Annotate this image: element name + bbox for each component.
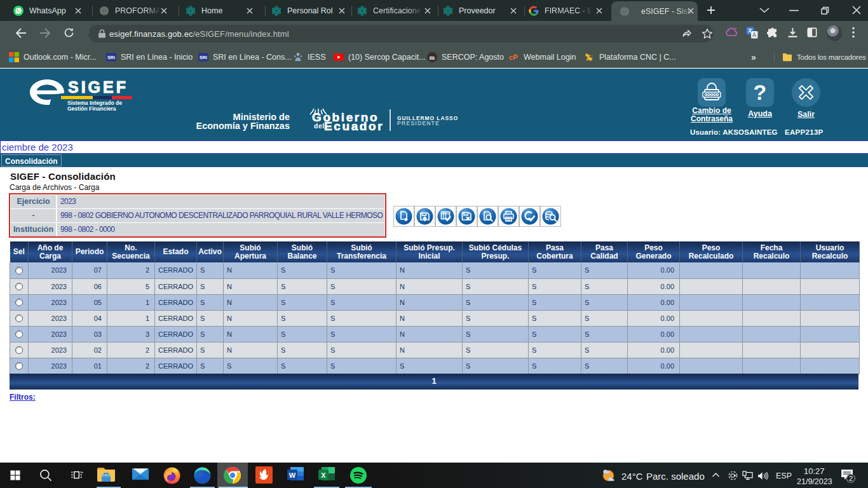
svg-text:2: 2 — [849, 475, 853, 482]
svg-text:W: W — [289, 471, 296, 479]
svg-text:cP: cP — [509, 53, 518, 61]
svg-text:SRi: SRi — [107, 54, 115, 60]
svg-text:SRi: SRi — [200, 54, 207, 60]
svg-text:m: m — [430, 53, 435, 60]
svg-text:X: X — [321, 471, 326, 479]
